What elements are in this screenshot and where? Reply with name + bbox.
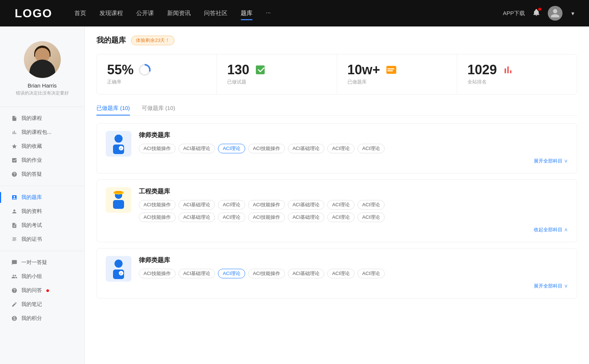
stat-accuracy: 55% 正确率 xyxy=(97,54,217,94)
sidebar-label-my-course-pkg: 我的课程包... xyxy=(21,129,52,136)
sidebar-divider-2 xyxy=(0,186,84,186)
sidebar-item-my-qa[interactable]: 我的答疑 xyxy=(0,167,84,181)
stat-rank: 1029 全站排名 xyxy=(457,54,577,94)
tag-e1-6[interactable]: ACI理论 xyxy=(357,200,385,210)
tag-l1-3[interactable]: ACI技能操作 xyxy=(248,144,285,153)
tag-e1-3[interactable]: ACI技能操作 xyxy=(248,200,285,210)
sidebar-item-my-answers[interactable]: 我的问答 xyxy=(0,283,84,297)
avatar-body xyxy=(29,60,55,78)
main-layout: Brian Harris 错误的决定比没有决定要好 我的课程 我的课程包... … xyxy=(0,26,589,364)
page-title: 我的题库 xyxy=(96,35,126,45)
main-content: 我的题库 体验剩余23天！ 55% 正确率 1 xyxy=(85,26,589,364)
qbank-info-lawyer1: 律师类题库 ACI技能操作 ACI基础理论 ACI理论 ACI技能操作 ACI基… xyxy=(139,131,568,166)
tag-l1-0[interactable]: ACI技能操作 xyxy=(139,144,176,153)
sidebar-item-my-group[interactable]: 我的小组 xyxy=(0,270,84,283)
sidebar-item-my-course[interactable]: 我的课程 xyxy=(0,111,84,125)
tab-available[interactable]: 可做题库 (10) xyxy=(142,105,175,115)
nav-qa[interactable]: 问答社区 xyxy=(204,8,228,19)
tag-l1-5[interactable]: ACI理论 xyxy=(327,144,355,153)
notes-icon xyxy=(11,301,18,308)
nav-news[interactable]: 新闻资讯 xyxy=(167,8,191,19)
sidebar-item-my-notes[interactable]: 我的笔记 xyxy=(0,297,84,311)
collapse-engineer1[interactable]: 收起全部科目 ∧ xyxy=(139,225,568,235)
sidebar-item-my-cert[interactable]: 我的证书 xyxy=(0,232,84,246)
tag-e1-4[interactable]: ACI基础理论 xyxy=(288,200,325,210)
tag-e1-2[interactable]: ACI理论 xyxy=(218,200,245,210)
tag-l1-1[interactable]: ACI基础理论 xyxy=(179,144,215,153)
stat-done-banks-value: 10w+ xyxy=(348,63,380,76)
sidebar-item-my-qbank[interactable]: 我的题库 xyxy=(0,190,84,204)
user-menu-chevron[interactable]: ▾ xyxy=(571,10,574,17)
stat-rank-label: 全站排名 xyxy=(468,79,497,85)
tag-e1-0[interactable]: ACI技能操作 xyxy=(139,200,176,210)
avatar-icon xyxy=(550,8,560,18)
sidebar-label-my-answers: 我的问答 xyxy=(21,287,42,294)
nav-more[interactable]: ··· xyxy=(266,8,271,19)
tags-row-lawyer1: ACI技能操作 ACI基础理论 ACI理论 ACI技能操作 ACI基础理论 AC… xyxy=(139,144,568,153)
tag-l1-2[interactable]: ACI理论 xyxy=(218,144,245,153)
one-on-one-icon xyxy=(11,259,18,266)
stat-rank-text: 1029 全站排名 xyxy=(468,63,497,85)
stat-done-banks: 10w+ 已做题库 xyxy=(337,54,457,94)
tag-l2-0[interactable]: ACI技能操作 xyxy=(139,269,176,278)
nav-openclass[interactable]: 公开课 xyxy=(136,8,154,19)
nav-right: APP下载 ▾ xyxy=(503,6,574,21)
notification-bell[interactable] xyxy=(532,8,540,18)
sidebar-item-one-on-one[interactable]: 一对一答疑 xyxy=(0,256,84,270)
sidebar-item-my-points[interactable]: 我的积分 xyxy=(0,311,84,325)
user-avatar[interactable] xyxy=(548,6,562,21)
sidebar-item-my-favorites[interactable]: 我的收藏 xyxy=(0,139,84,153)
tag-e2-0[interactable]: ACI技能操作 xyxy=(139,213,176,222)
tag-e2-1[interactable]: ACI基础理论 xyxy=(179,213,215,222)
stat-done-q-text: 130 已做试题 xyxy=(227,63,249,85)
svg-point-10 xyxy=(114,260,123,268)
qbank-title-lawyer2: 律师类题库 xyxy=(139,256,568,264)
stat-accuracy-icon xyxy=(138,63,151,76)
sidebar-label-one-on-one: 一对一答疑 xyxy=(21,259,47,266)
tag-e2-2[interactable]: ACI理论 xyxy=(218,213,245,222)
tag-e1-5[interactable]: ACI理论 xyxy=(327,200,355,210)
nav-home[interactable]: 首页 xyxy=(74,8,86,19)
nav-qbank[interactable]: 题库 xyxy=(241,8,253,19)
tag-e1-1[interactable]: ACI基础理论 xyxy=(179,200,215,210)
sidebar-label-my-homework: 我的作业 xyxy=(21,157,42,164)
qbank-info-engineer1: 工程类题库 ACI技能操作 ACI基础理论 ACI理论 ACI技能操作 ACI基… xyxy=(139,187,568,235)
sidebar-item-my-exam[interactable]: 我的考试 xyxy=(0,218,84,232)
tags-row-lawyer2: ACI技能操作 ACI基础理论 ACI理论 ACI技能操作 ACI基础理论 AC… xyxy=(139,269,568,278)
sidebar-label-my-favorites: 我的收藏 xyxy=(21,143,42,150)
top-navigation: LOGO 首页 发现课程 公开课 新闻资讯 问答社区 题库 ··· APP下载 … xyxy=(0,0,589,26)
expand-lawyer1[interactable]: 展开全部科目 ∨ xyxy=(139,156,568,166)
stat-done-banks-label: 已做题库 xyxy=(348,79,380,85)
nav-discover[interactable]: 发现课程 xyxy=(99,8,123,19)
tag-l2-2[interactable]: ACI理论 xyxy=(218,269,245,278)
tag-l2-6[interactable]: ACI理论 xyxy=(357,269,385,278)
logo: LOGO xyxy=(15,7,52,20)
points-icon xyxy=(11,315,18,322)
tag-l2-5[interactable]: ACI理论 xyxy=(327,269,355,278)
sidebar-item-my-homework[interactable]: 我的作业 xyxy=(0,153,84,167)
tab-done[interactable]: 已做题库 (10) xyxy=(96,105,130,115)
sidebar-label-my-cert: 我的证书 xyxy=(21,236,42,243)
sidebar-label-my-profile: 我的资料 xyxy=(21,208,42,215)
tag-e2-3[interactable]: ACI技能操作 xyxy=(248,213,285,222)
tag-l2-1[interactable]: ACI基础理论 xyxy=(179,269,215,278)
stat-accuracy-value: 55% xyxy=(107,63,134,76)
tag-e2-6[interactable]: ACI理论 xyxy=(357,213,385,222)
qbank-card-lawyer1: ✓ 律师类题库 ACI技能操作 ACI基础理论 ACI理论 ACI技能操作 AC… xyxy=(96,123,577,174)
stat-done-q-value: 130 xyxy=(227,63,249,76)
lawyer-figure-icon-2: ✓ xyxy=(109,258,128,279)
tag-l1-6[interactable]: ACI理论 xyxy=(357,144,385,153)
tag-e2-5[interactable]: ACI理论 xyxy=(327,213,355,222)
app-download-link[interactable]: APP下载 xyxy=(503,10,525,17)
sidebar-label-my-exam: 我的考试 xyxy=(21,222,42,229)
tags-row1-engineer1: ACI技能操作 ACI基础理论 ACI理论 ACI技能操作 ACI基础理论 AC… xyxy=(139,200,568,210)
expand-lawyer2[interactable]: 展开全部科目 ∨ xyxy=(139,281,568,291)
sidebar-item-my-profile[interactable]: 我的资料 xyxy=(0,204,84,218)
svg-rect-8 xyxy=(115,191,122,193)
tabs-row: 已做题库 (10) 可做题库 (10) xyxy=(96,105,577,116)
tag-l2-3[interactable]: ACI技能操作 xyxy=(248,269,285,278)
tag-e2-4[interactable]: ACI基础理论 xyxy=(288,213,325,222)
tag-l1-4[interactable]: ACI基础理论 xyxy=(288,144,325,153)
sidebar-item-my-course-pkg[interactable]: 我的课程包... xyxy=(0,125,84,139)
tag-l2-4[interactable]: ACI基础理论 xyxy=(288,269,325,278)
